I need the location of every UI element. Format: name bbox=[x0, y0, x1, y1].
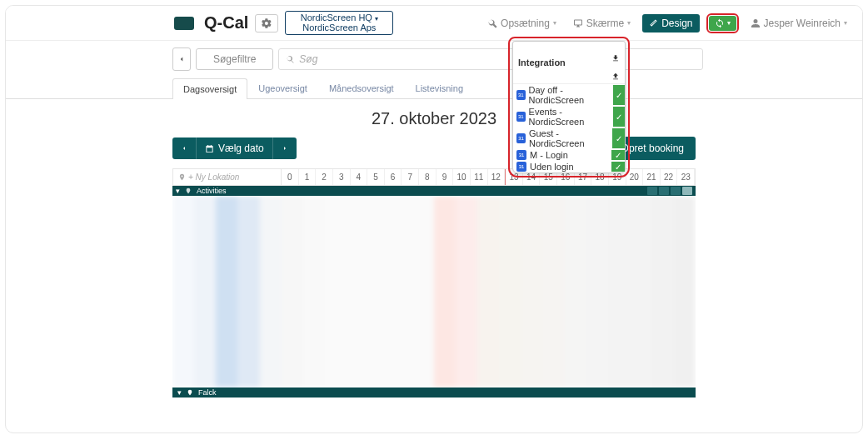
user-menu[interactable]: Jesper Weinreich ▾ bbox=[746, 14, 852, 32]
new-location-input[interactable]: + Ny Lokation bbox=[173, 169, 282, 185]
integration-item[interactable]: Uden login✓ bbox=[513, 161, 625, 172]
hour-cell: 6 bbox=[385, 169, 402, 185]
schedule-body[interactable] bbox=[172, 196, 696, 388]
date-heading: 27. oktober 2023 bbox=[6, 99, 862, 137]
hour-cell: 1 bbox=[299, 169, 317, 185]
hour-cell: 11 bbox=[471, 169, 488, 185]
pin-icon bbox=[178, 173, 186, 181]
ruler-icon bbox=[649, 18, 658, 28]
org-line2: NordicScreen Aps bbox=[302, 23, 376, 33]
choose-date-button[interactable]: Vælg dato bbox=[196, 138, 272, 159]
check-icon: ✓ bbox=[611, 162, 625, 172]
design-button[interactable]: Design bbox=[642, 14, 699, 32]
tab-dagsoversigt[interactable]: Dagsoversigt bbox=[172, 78, 247, 99]
toolbar-row: Vælg dato Opret booking bbox=[6, 137, 862, 168]
nav-skerme[interactable]: Skærme ▾ bbox=[568, 14, 636, 32]
chevron-down-icon: ▾ bbox=[627, 19, 631, 27]
hour-cell: 22 bbox=[661, 169, 678, 185]
org-line1: NordicScreen HQ bbox=[301, 12, 372, 22]
chevron-down-icon: ▾ bbox=[375, 15, 378, 22]
hour-cell: 12 bbox=[488, 169, 506, 185]
hour-cell: 3 bbox=[333, 169, 351, 185]
check-icon: ✓ bbox=[613, 85, 625, 105]
tab-månedsoversigt[interactable]: Månedsoversigt bbox=[318, 78, 405, 98]
check-icon: ✓ bbox=[612, 128, 625, 148]
check-icon: ✓ bbox=[611, 150, 625, 160]
search-input[interactable]: Søg bbox=[278, 48, 703, 70]
integration-dropdown: Integration Day off - NordicScreen✓Event… bbox=[512, 41, 626, 173]
integration-label: M - Login bbox=[530, 150, 568, 160]
pin-icon bbox=[185, 188, 192, 194]
monitor-icon bbox=[573, 18, 583, 28]
tools-icon bbox=[487, 18, 497, 28]
hour-cell: 8 bbox=[419, 169, 436, 185]
calendar-icon bbox=[516, 90, 526, 100]
chevron-left-icon bbox=[177, 55, 186, 63]
integration-item[interactable]: M - Login✓ bbox=[513, 149, 625, 161]
tab-listevisning[interactable]: Listevisning bbox=[405, 78, 474, 98]
next-day-button[interactable] bbox=[272, 138, 297, 159]
pin-icon bbox=[187, 389, 193, 396]
sync-dropdown-button[interactable]: ▾ bbox=[709, 16, 736, 31]
filter-bar: Søgefiltre Søg bbox=[6, 41, 862, 78]
hour-cell: 23 bbox=[677, 169, 695, 185]
logo-text: Q-Cal bbox=[204, 13, 248, 32]
calendar-icon bbox=[516, 133, 526, 143]
prev-day-button[interactable] bbox=[172, 138, 196, 159]
group-activities-bar[interactable]: ▾ Activities bbox=[172, 186, 696, 196]
download-icon[interactable] bbox=[611, 54, 620, 62]
group-chips bbox=[647, 187, 692, 195]
hour-cell: 10 bbox=[453, 169, 471, 185]
integration-item[interactable]: Events - NordicScreen✓ bbox=[513, 106, 625, 128]
hour-cell: 9 bbox=[436, 169, 454, 185]
collapse-icon: ▾ bbox=[177, 388, 182, 397]
chevron-down-icon: ▾ bbox=[553, 19, 556, 27]
integration-item[interactable]: Guest - NordicScreen✓ bbox=[513, 128, 625, 149]
upload-icon[interactable] bbox=[611, 72, 620, 81]
chevron-left-icon bbox=[181, 145, 187, 152]
hour-cell: 4 bbox=[351, 169, 368, 185]
integration-label: Events - NordicScreen bbox=[529, 107, 610, 127]
calendar-icon bbox=[205, 144, 214, 153]
org-selector[interactable]: NordicScreen HQ ▾ NordicScreen Aps bbox=[285, 11, 393, 35]
integration-item[interactable]: Day off - NordicScreen✓ bbox=[513, 84, 625, 106]
chevron-down-icon: ▾ bbox=[844, 19, 847, 27]
group-falck-bar[interactable]: ▾ Falck bbox=[172, 388, 696, 398]
top-nav: Q-Cal NordicScreen HQ ▾ NordicScreen Aps… bbox=[6, 6, 862, 41]
sync-button-highlight: ▾ bbox=[706, 13, 739, 33]
sync-icon bbox=[715, 18, 725, 28]
integration-label: Guest - NordicScreen bbox=[529, 128, 609, 148]
date-pager: Vælg dato bbox=[172, 138, 297, 159]
gear-icon bbox=[261, 18, 272, 29]
search-filters-button[interactable]: Søgefiltre bbox=[196, 48, 273, 70]
integration-label: Day off - NordicScreen bbox=[529, 85, 610, 105]
tab-ugeoversigt[interactable]: Ugeoversigt bbox=[247, 78, 318, 98]
calendar-icon bbox=[516, 162, 526, 172]
view-tabs: DagsoversigtUgeoversigtMånedsoversigtLis… bbox=[6, 78, 862, 99]
integration-label: Uden login bbox=[530, 162, 574, 172]
nav-opsatning[interactable]: Opsætning ▾ bbox=[482, 14, 561, 32]
timeline: + Ny Lokation 01234567891011121314151617… bbox=[6, 168, 862, 398]
logo-mark bbox=[174, 17, 194, 30]
chevron-right-icon bbox=[282, 145, 288, 152]
integration-dropdown-header: Integration bbox=[513, 42, 625, 84]
chevron-down-icon: ▾ bbox=[727, 19, 731, 27]
back-button[interactable] bbox=[172, 48, 191, 71]
calendar-icon bbox=[516, 112, 526, 122]
hour-cell: 5 bbox=[367, 169, 385, 185]
hour-cell: 0 bbox=[282, 169, 299, 185]
settings-gear-button[interactable] bbox=[255, 14, 278, 32]
hour-cell: 20 bbox=[626, 169, 644, 185]
user-icon bbox=[751, 18, 761, 28]
hour-cell: 2 bbox=[316, 169, 333, 185]
calendar-icon bbox=[516, 150, 526, 160]
hour-scale: 01234567891011121314151617181920212223 bbox=[282, 169, 695, 185]
search-icon bbox=[286, 55, 295, 64]
hour-cell: 21 bbox=[643, 169, 661, 185]
check-icon: ✓ bbox=[613, 107, 625, 127]
collapse-icon: ▾ bbox=[176, 187, 180, 195]
hour-cell: 7 bbox=[402, 169, 419, 185]
